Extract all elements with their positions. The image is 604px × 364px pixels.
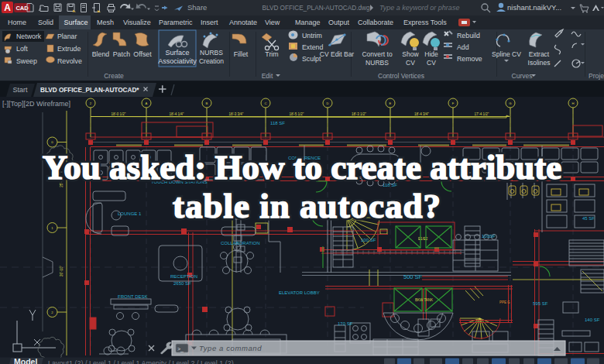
svg-text:Offset: Offset (133, 50, 152, 58)
svg-text:Fillet: Fillet (234, 50, 249, 58)
svg-text:Type a command: Type a command (199, 344, 262, 352)
svg-text:Share: Share (187, 3, 207, 12)
svg-text:Rebuild: Rebuild (457, 32, 480, 39)
svg-text:Home: Home (8, 19, 26, 26)
svg-text:Convert to: Convert to (362, 50, 392, 58)
svg-text:Extract: Extract (529, 50, 550, 58)
svg-text:Sweep: Sweep (16, 57, 37, 65)
svg-text:2650 SF: 2650 SF (173, 281, 191, 286)
svg-text:Isolines: Isolines (528, 59, 551, 67)
svg-text:Hide: Hide (424, 50, 438, 58)
svg-text:Untrim: Untrim (302, 32, 322, 39)
svg-text:Loft: Loft (16, 45, 28, 53)
svg-text:Express Tools: Express Tools (403, 19, 447, 26)
svg-text:Associativity: Associativity (158, 57, 197, 65)
svg-text:Creation: Creation (199, 57, 224, 65)
svg-text:Control Vertices: Control Vertices (378, 72, 424, 80)
svg-text:18'-3 1/2": 18'-3 1/2" (352, 112, 366, 116)
svg-text:18'-3 3/4": 18'-3 3/4" (229, 112, 244, 116)
svg-text:E: E (390, 101, 392, 105)
svg-text:BKW TANK: BKW TANK (415, 298, 433, 302)
svg-text:COLLABORATION: COLLABORATION (221, 241, 260, 246)
svg-text:View: View (265, 19, 280, 26)
svg-text:Output: Output (328, 19, 350, 26)
svg-text:PPE G: PPE G (499, 300, 510, 304)
svg-text:Revolve: Revolve (57, 57, 82, 65)
svg-text:Visualize: Visualize (123, 19, 151, 26)
svg-text:D: D (326, 101, 328, 105)
svg-text:B: B (206, 101, 208, 105)
svg-text:Edit: Edit (262, 72, 273, 80)
svg-text:Surface: Surface (64, 19, 88, 26)
svg-text:Collaborate: Collaborate (358, 19, 393, 26)
svg-text:Mesh: Mesh (97, 19, 114, 26)
svg-text:>_: >_ (177, 346, 184, 352)
svg-text:18'-4 3/4": 18'-4 3/4" (414, 112, 429, 116)
svg-text:C: C (264, 101, 266, 105)
svg-text:ELEVATOR LOBBY: ELEVATOR LOBBY (279, 290, 320, 295)
svg-text:26'-10": 26'-10" (60, 266, 63, 276)
svg-text:Annotate: Annotate (229, 19, 257, 26)
svg-text:140 SF: 140 SF (585, 318, 600, 322)
svg-text:Manage: Manage (295, 19, 321, 26)
svg-text:17'-4 1/2": 17'-4 1/2" (475, 112, 489, 116)
svg-text:Curves: Curves (512, 72, 533, 80)
svg-text:CV Edit Bar: CV Edit Bar (320, 50, 355, 58)
svg-text:595 SF: 595 SF (533, 301, 548, 306)
svg-text:E1/E2: E1/E2 (418, 237, 428, 241)
svg-text:CV: CV (406, 59, 415, 67)
svg-text:Show: Show (402, 50, 419, 58)
svg-text:100 SF: 100 SF (361, 238, 376, 242)
svg-text:Planar: Planar (57, 33, 77, 40)
svg-text:Type a keyword or phrase: Type a keyword or phrase (379, 4, 459, 12)
svg-text:Blend: Blend (92, 50, 110, 58)
svg-text:Trim: Trim (265, 50, 278, 58)
svg-text:Insert: Insert (201, 19, 218, 26)
svg-text:Layout1 (2) / Level 1 / Le: Layout1 (2) / Level 1 / Level 1 Amenity … (48, 359, 234, 364)
svg-text:BLVD OFFICE_PLAN-AUTOCAD.dwg: BLVD OFFICE_PLAN-AUTOCAD.dwg (263, 5, 370, 12)
svg-text:Remove: Remove (457, 55, 482, 63)
svg-text:100SF: 100SF (482, 234, 496, 239)
svg-text:Proje: Proje (589, 72, 604, 80)
svg-text:Solid: Solid (38, 19, 53, 26)
svg-text:RECEPTION: RECEPTION (170, 274, 197, 279)
svg-text:FRONT DESK: FRONT DESK (118, 294, 148, 299)
svg-text:18'-0 1/2": 18'-0 1/2" (112, 112, 126, 116)
svg-text:Add: Add (457, 43, 469, 51)
svg-text:Network: Network (16, 33, 42, 40)
svg-text:A: A (146, 101, 148, 105)
svg-text:NURBS: NURBS (365, 59, 389, 67)
svg-text:A: A (4, 2, 11, 13)
svg-text:G: G (509, 101, 511, 105)
svg-text:118 SF: 118 SF (270, 121, 285, 125)
svg-text:Patch: Patch (113, 50, 131, 58)
svg-text:F: F (452, 101, 455, 105)
svg-text:NURBS: NURBS (200, 49, 223, 57)
svg-text:H: H (571, 101, 574, 105)
svg-text:Extrude: Extrude (57, 45, 81, 53)
svg-text:Start: Start (12, 86, 28, 94)
svg-text:18'-5 1/2": 18'-5 1/2" (290, 112, 304, 116)
svg-text:18'-4 1/4": 18'-4 1/4" (170, 112, 184, 116)
svg-text:CV: CV (427, 59, 436, 67)
svg-text:Surface: Surface (165, 49, 189, 57)
svg-text:Create: Create (104, 72, 124, 80)
svg-text:nishant.naikVY...: nishant.naikVY... (507, 3, 561, 12)
svg-text:[-][Top][2D Wireframe]: [-][Top][2D Wireframe] (2, 100, 70, 108)
svg-text:170 SF: 170 SF (338, 321, 353, 326)
svg-text:500 SF: 500 SF (403, 273, 423, 280)
svg-text:Spline CV: Spline CV (492, 50, 521, 58)
svg-text:Parametric: Parametric (159, 19, 193, 26)
svg-text:Sculpt: Sculpt (302, 55, 321, 63)
svg-text:BLVD OFFICE_PLAN-AUTOCAD*: BLVD OFFICE_PLAN-AUTOCAD* (40, 87, 139, 94)
svg-text:Model: Model (14, 357, 37, 364)
